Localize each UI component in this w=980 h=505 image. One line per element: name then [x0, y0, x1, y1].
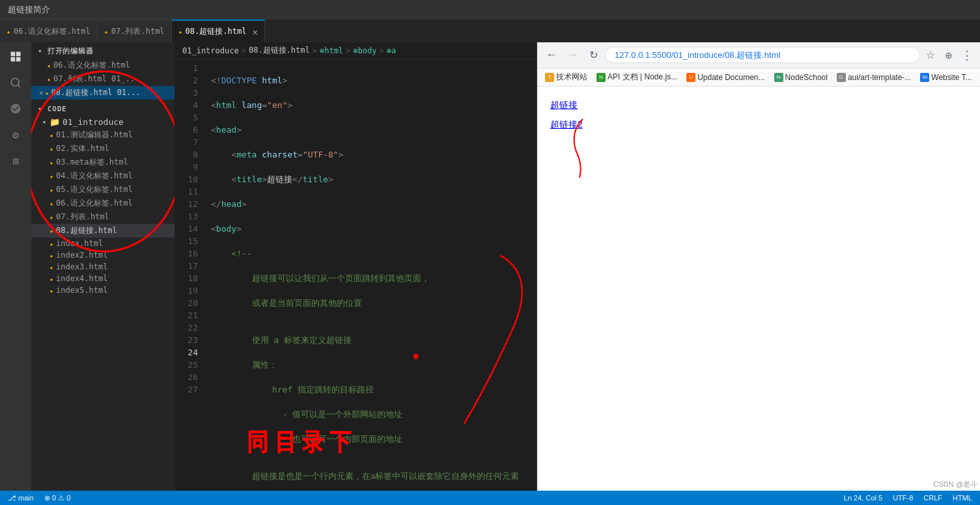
- file-index2-name: index2.html: [56, 251, 107, 260]
- code-line-14: href 指定跳转的目标路径: [211, 383, 537, 396]
- file-index-name: index.html: [56, 239, 103, 248]
- bookmark-website[interactable]: W Website T...: [917, 72, 974, 83]
- back-button[interactable]: ←: [542, 46, 561, 64]
- tab-06-label: 06.语义化标签.html: [14, 26, 91, 37]
- tab-07[interactable]: ⬥ 07.列表.html: [98, 20, 172, 42]
- editor-preview-container: 01_introduce > 08.超链接.html > ⊕html > ⊕bo…: [175, 42, 980, 491]
- open-editor-07[interactable]: ⬥ 07.列表.html 01_...: [31, 72, 175, 86]
- bookmark-api[interactable]: N API 文档 | Node.js...: [594, 70, 680, 84]
- url-bar[interactable]: [605, 47, 920, 63]
- file-index3[interactable]: ⬥ index3.html: [31, 261, 175, 273]
- file-06[interactable]: ⬥ 06.语义化标签.html: [31, 197, 175, 210]
- preview-link-1[interactable]: 超链接: [550, 100, 967, 111]
- file-05-name: 05.语义化标签.html: [56, 184, 133, 195]
- window-title: 超链接简介: [8, 4, 50, 16]
- watermark: CSDN @老斗: [934, 480, 977, 489]
- zoom-button[interactable]: ⊕: [941, 48, 957, 63]
- bookmark-jishuwangzhan[interactable]: T 技术网站: [542, 70, 590, 84]
- open-editor-07-name: 07.列表.html 01_...: [53, 74, 139, 85]
- reload-button[interactable]: ↻: [584, 46, 602, 64]
- open-editors-header[interactable]: ▾ 打开的编辑器: [31, 42, 175, 59]
- tab-07-label: 07.列表.html: [111, 26, 165, 37]
- preview-pane: ← → ↻ ☆ ⊕ ⋮ T 技术网站 N API 文档 |: [537, 42, 980, 491]
- code-line-12: 使用 a 标签来定义超链接: [211, 334, 537, 346]
- breadcrumb-file[interactable]: 08.超链接.html: [249, 45, 310, 56]
- open-editor-06-icon: ⬥: [47, 62, 51, 69]
- activity-explorer-icon[interactable]: [7, 48, 25, 66]
- bookmark-nodeschool[interactable]: N NodeSchool: [772, 72, 830, 83]
- code-line-13: 属性：: [211, 359, 537, 371]
- file-02-name: 02.实体.html: [56, 143, 109, 154]
- breadcrumb-introduce[interactable]: 01_introduce: [182, 46, 239, 55]
- breadcrumb-body[interactable]: ⊕body: [353, 46, 376, 55]
- file-01[interactable]: ⬥ 01.测试编辑器.html: [31, 128, 175, 142]
- folder-01-introduce[interactable]: ▾ 📁 01_introduce: [31, 116, 175, 128]
- svg-line-1: [18, 85, 20, 87]
- activity-search-icon[interactable]: [7, 74, 25, 92]
- open-editor-07-icon: ⬥: [47, 75, 51, 83]
- file-index4[interactable]: ⬥ index4.html: [31, 273, 175, 284]
- bookmark-update[interactable]: U Update Documen...: [684, 72, 767, 83]
- breadcrumb-html[interactable]: ⊕html: [320, 46, 343, 55]
- more-button[interactable]: ⋮: [959, 48, 975, 63]
- file-04[interactable]: ⬥ 04.语义化标签.html: [31, 169, 175, 183]
- tab-07-icon: ⬥: [104, 28, 108, 35]
- status-errors[interactable]: ⊗ 0 ⚠ 0: [44, 494, 70, 502]
- status-encoding[interactable]: UTF-8: [893, 494, 913, 502]
- code-area[interactable]: <!DOCTYPE html> <html lang="en"> <head> …: [203, 59, 537, 491]
- status-language[interactable]: HTML: [953, 494, 972, 502]
- bookmark-star-button[interactable]: ☆: [923, 48, 938, 63]
- file-index[interactable]: ⬥ index.html: [31, 238, 175, 249]
- file-index2[interactable]: ⬥ index2.html: [31, 249, 175, 261]
- file-08-name: 08.超链接.html: [56, 225, 117, 236]
- line-numbers: 1234 5678 9101112 13141516 17181920 2122…: [175, 59, 203, 491]
- close-icon-08[interactable]: ✕: [39, 89, 44, 97]
- file-03[interactable]: ⬥ 03.meta标签.html: [31, 156, 175, 169]
- tab-08-close[interactable]: ✕: [252, 27, 257, 37]
- preview-content: 超链接 超链接2: [537, 87, 980, 491]
- activity-debug-icon[interactable]: ⚙: [7, 126, 25, 144]
- preview-link-2[interactable]: 超链接2: [550, 119, 967, 131]
- file-02[interactable]: ⬥ 02.实体.html: [31, 142, 175, 156]
- file-06-name: 06.语义化标签.html: [56, 198, 133, 209]
- code-line-18: 超链接是也是一个行内元素，在a标签中可以嵌套除它自身外的任何元素: [211, 470, 537, 482]
- bookmark-aui[interactable]: G aui/art-template-...: [834, 72, 914, 83]
- file-03-name: 03.meta标签.html: [56, 157, 128, 168]
- tab-08[interactable]: ⬥ 08.超链接.html ✕: [172, 20, 265, 42]
- file-index3-name: index3.html: [56, 262, 107, 271]
- code-line-1: <!DOCTYPE html>: [211, 74, 537, 87]
- open-editor-06[interactable]: ⬥ 06.语义化标签.html: [31, 59, 175, 72]
- tab-08-icon: ⬥: [178, 28, 182, 35]
- file-tree: ▾ 📁 01_introduce ⬥ 01.测试编辑器.html ⬥ 02.实体…: [31, 116, 175, 491]
- status-branch[interactable]: ⎇ main: [8, 494, 34, 502]
- code-line-16: - 也可以写一个内部页面的地址: [211, 433, 537, 445]
- file-04-name: 04.语义化标签.html: [56, 171, 133, 182]
- code-line-15: - 值可以是一个外部网站的地址: [211, 408, 537, 420]
- code-container: 1234 5678 9101112 13141516 17181920 2122…: [175, 59, 537, 491]
- file-index5[interactable]: ⬥ index5.html: [31, 284, 175, 296]
- file-05[interactable]: ⬥ 05.语义化标签.html: [31, 183, 175, 197]
- tab-06[interactable]: ⬥ 06.语义化标签.html: [0, 20, 98, 42]
- code-line-8: <!--: [211, 247, 537, 260]
- breadcrumb-a[interactable]: ⊕a: [387, 46, 396, 55]
- file-01-name: 01.测试编辑器.html: [56, 130, 133, 141]
- open-editor-08[interactable]: ✕ ⬥ 08.超链接.html 01...: [31, 86, 175, 100]
- code-line-4: <meta charset="UTF-8">: [211, 148, 537, 161]
- file-07-name: 07.列表.html: [56, 212, 109, 223]
- file-index4-name: index4.html: [56, 274, 107, 283]
- activity-git-icon[interactable]: [7, 100, 25, 118]
- file-07[interactable]: ⬥ 07.列表.html: [31, 210, 175, 224]
- app-container: 超链接简介 ⬥ 06.语义化标签.html ⬥ 07.列表.html ⬥ 08.…: [0, 0, 980, 505]
- open-editor-08-icon: ⬥: [45, 89, 49, 96]
- activity-extensions-icon[interactable]: ⊞: [7, 152, 25, 170]
- forward-button[interactable]: →: [563, 46, 581, 64]
- code-line-10: 或者是当前页面的其他的位置: [211, 297, 537, 309]
- tab-06-icon: ⬥: [7, 28, 10, 35]
- code-line-9: 超链接可以让我们从一个页面跳转到其他页面，: [211, 272, 537, 284]
- file-08[interactable]: ⬥ 08.超链接.html: [31, 224, 175, 238]
- browser-toolbar: ← → ↻ ☆ ⊕ ⋮: [537, 42, 980, 68]
- open-editor-08-name: 08.超链接.html 01...: [51, 87, 141, 98]
- status-line-ending[interactable]: CRLF: [923, 494, 942, 502]
- explorer-header: ▾ CODE: [31, 100, 175, 116]
- code-line-3: <head>: [211, 124, 537, 136]
